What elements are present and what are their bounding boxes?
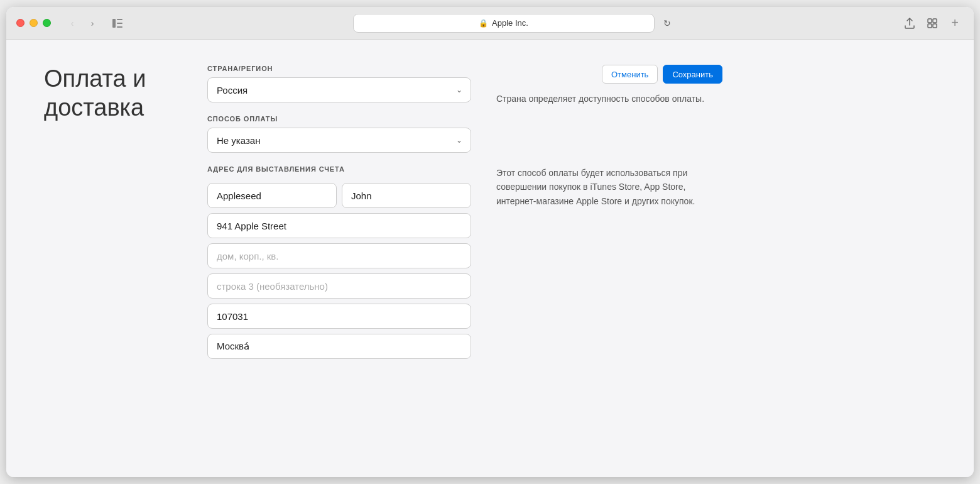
name-row — [207, 183, 471, 208]
country-section: СТРАНА/РЕГИОН Россия ⌄ — [207, 65, 471, 102]
reload-button[interactable]: ↻ — [660, 16, 675, 31]
address-label: АДРЕС ДЛЯ ВЫСТАВЛЕНИЯ СЧЕТА — [207, 165, 471, 173]
svg-rect-3 — [117, 26, 122, 28]
save-button[interactable]: Сохранить — [663, 65, 722, 84]
street-input[interactable] — [207, 213, 471, 238]
titlebar: ‹ › 🔒 Apple Inc. ↻ — [6, 7, 974, 40]
nav-buttons: ‹ › — [63, 14, 101, 32]
browser-window: ‹ › 🔒 Apple Inc. ↻ — [6, 7, 974, 477]
payment-label: СПОСОБ ОПЛАТЫ — [207, 115, 471, 123]
maximize-button[interactable] — [43, 19, 51, 27]
browser-actions: + — [901, 14, 964, 32]
sidebar-toggle-button[interactable] — [109, 14, 126, 32]
new-tab-button[interactable] — [923, 14, 941, 32]
postal-input[interactable] — [207, 304, 471, 329]
actions-row: Отменить Сохранить — [602, 65, 722, 84]
close-button[interactable] — [16, 19, 24, 27]
address-line3-input[interactable] — [207, 273, 471, 299]
address-section: АДРЕС ДЛЯ ВЫСТАВЛЕНИЯ СЧЕТА — [207, 165, 471, 359]
svg-rect-1 — [117, 19, 122, 20]
payment-info-text: Этот способ оплаты будет использоваться … — [496, 166, 722, 208]
page-title: Оплата и доставка — [44, 65, 182, 122]
payment-select-wrapper: Не указан ⌄ — [207, 128, 471, 153]
svg-rect-0 — [112, 19, 116, 28]
left-panel: Оплата и доставка — [44, 65, 182, 452]
country-select[interactable]: Россия — [207, 77, 471, 102]
back-button[interactable]: ‹ — [63, 14, 81, 32]
minimize-button[interactable] — [30, 19, 38, 27]
svg-rect-4 — [928, 19, 932, 23]
address-bar-area: 🔒 Apple Inc. ↻ — [134, 14, 893, 33]
right-panel: Отменить Сохранить Страна определяет дос… — [496, 65, 722, 452]
last-name-input[interactable] — [207, 183, 337, 208]
payment-select[interactable]: Не указан — [207, 128, 471, 153]
country-label: СТРАНА/РЕГИОН — [207, 65, 471, 72]
lock-icon: 🔒 — [479, 19, 488, 28]
center-panel: СТРАНА/РЕГИОН Россия ⌄ СПОСОБ ОПЛАТЫ Не … — [207, 65, 471, 452]
cancel-button[interactable]: Отменить — [602, 65, 658, 84]
apartment-input[interactable] — [207, 243, 471, 268]
traffic-lights — [16, 19, 51, 27]
forward-button[interactable]: › — [84, 14, 101, 32]
svg-rect-2 — [117, 23, 122, 24]
first-name-input[interactable] — [342, 183, 471, 208]
svg-rect-7 — [933, 24, 937, 28]
payment-section: СПОСОБ ОПЛАТЫ Не указан ⌄ — [207, 115, 471, 153]
city-input[interactable] — [207, 334, 471, 359]
address-bar[interactable]: 🔒 Apple Inc. — [353, 14, 655, 33]
share-button[interactable] — [901, 14, 918, 32]
svg-rect-5 — [933, 19, 937, 23]
country-select-wrapper: Россия ⌄ — [207, 77, 471, 102]
add-tab-button[interactable]: + — [946, 14, 964, 32]
page-content: Оплата и доставка СТРАНА/РЕГИОН Россия ⌄… — [6, 40, 974, 477]
svg-rect-6 — [928, 24, 932, 28]
url-text: Apple Inc. — [492, 18, 528, 28]
